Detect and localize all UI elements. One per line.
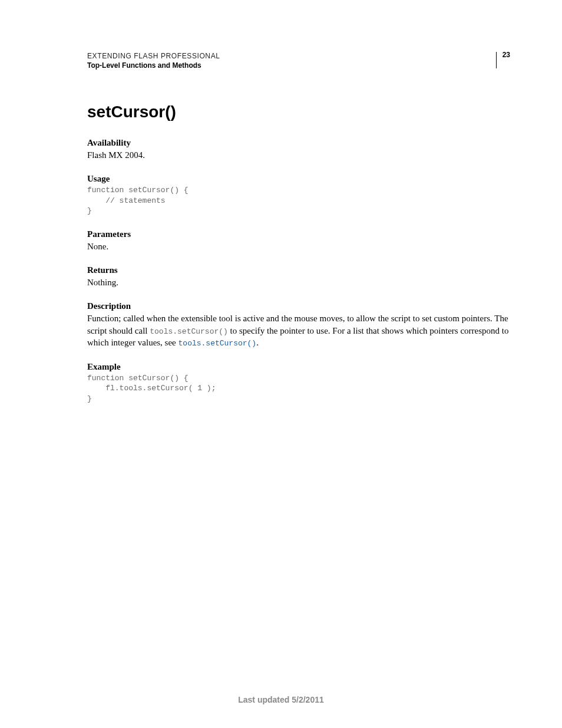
availability-text: Flash MX 2004. xyxy=(87,149,510,161)
page-title: setCursor() xyxy=(87,103,510,121)
section-availability-label: Availability xyxy=(87,138,510,148)
usage-code: function setCursor() { // statements } xyxy=(87,185,510,216)
section-usage-label: Usage xyxy=(87,174,510,184)
description-inline-code: tools.setCursor() xyxy=(150,327,228,336)
doc-subtitle: Top-Level Functions and Methods xyxy=(87,61,220,70)
section-example-label: Example xyxy=(87,362,510,372)
page-content: EXTENDING FLASH PROFESSIONAL Top-Level F… xyxy=(0,0,562,404)
page-number-box: 23 xyxy=(496,52,510,68)
page-header: EXTENDING FLASH PROFESSIONAL Top-Level F… xyxy=(87,52,510,70)
doc-title: EXTENDING FLASH PROFESSIONAL xyxy=(87,52,220,60)
description-part3: . xyxy=(256,338,259,347)
page-number: 23 xyxy=(503,51,510,59)
section-description-label: Description xyxy=(87,301,510,311)
example-code: function setCursor() { fl.tools.setCurso… xyxy=(87,373,510,404)
description-text: Function; called when the extensible too… xyxy=(87,312,510,348)
section-returns-label: Returns xyxy=(87,265,510,275)
description-link[interactable]: tools.setCursor() xyxy=(178,339,257,348)
page-footer: Last updated 5/2/2011 xyxy=(0,695,562,704)
header-left: EXTENDING FLASH PROFESSIONAL Top-Level F… xyxy=(87,52,220,70)
section-parameters-label: Parameters xyxy=(87,229,510,239)
parameters-text: None. xyxy=(87,241,510,252)
returns-text: Nothing. xyxy=(87,276,510,288)
